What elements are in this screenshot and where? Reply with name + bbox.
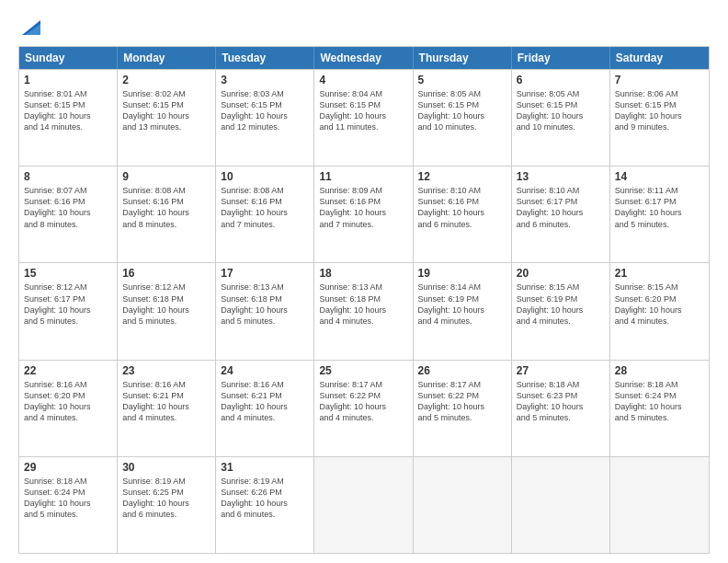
- cal-cell: 15Sunrise: 8:12 AMSunset: 6:17 PMDayligh…: [19, 263, 118, 359]
- cal-cell: 9Sunrise: 8:08 AMSunset: 6:16 PMDaylight…: [118, 167, 216, 262]
- day-number: 22: [24, 364, 112, 377]
- day-info: Sunrise: 8:10 AMSunset: 6:17 PMDaylight:…: [517, 185, 605, 230]
- cal-cell: 20Sunrise: 8:15 AMSunset: 6:19 PMDayligh…: [512, 263, 610, 359]
- cal-cell: 27Sunrise: 8:18 AMSunset: 6:23 PMDayligh…: [512, 361, 610, 456]
- cal-cell: 28Sunrise: 8:18 AMSunset: 6:24 PMDayligh…: [610, 361, 709, 456]
- cal-cell: [610, 457, 709, 553]
- day-number: 9: [122, 170, 210, 183]
- day-number: 14: [615, 170, 704, 183]
- cal-cell: 5Sunrise: 8:05 AMSunset: 6:15 PMDaylight…: [414, 70, 512, 166]
- cal-cell: [314, 457, 413, 553]
- day-number: 5: [418, 74, 506, 86]
- cal-week-4: 22Sunrise: 8:16 AMSunset: 6:20 PMDayligh…: [19, 360, 709, 456]
- day-info: Sunrise: 8:17 AMSunset: 6:22 PMDaylight:…: [418, 379, 506, 424]
- cal-header-monday: Monday: [118, 47, 216, 69]
- cal-cell: 17Sunrise: 8:13 AMSunset: 6:18 PMDayligh…: [216, 263, 314, 359]
- day-info: Sunrise: 8:05 AMSunset: 6:15 PMDaylight:…: [517, 88, 605, 133]
- cal-cell: 30Sunrise: 8:19 AMSunset: 6:25 PMDayligh…: [118, 457, 216, 553]
- cal-week-5: 29Sunrise: 8:18 AMSunset: 6:24 PMDayligh…: [19, 456, 709, 553]
- day-number: 18: [319, 267, 407, 280]
- cal-header-saturday: Saturday: [610, 47, 709, 69]
- cal-cell: 26Sunrise: 8:17 AMSunset: 6:22 PMDayligh…: [414, 361, 512, 456]
- day-info: Sunrise: 8:18 AMSunset: 6:24 PMDaylight:…: [615, 379, 704, 424]
- day-info: Sunrise: 8:16 AMSunset: 6:21 PMDaylight:…: [122, 379, 210, 424]
- day-info: Sunrise: 8:19 AMSunset: 6:25 PMDaylight:…: [122, 476, 210, 521]
- day-number: 1: [24, 74, 112, 86]
- cal-cell: 3Sunrise: 8:03 AMSunset: 6:15 PMDaylight…: [216, 70, 314, 166]
- day-number: 29: [24, 461, 112, 474]
- cal-cell: [512, 457, 610, 553]
- day-number: 7: [615, 74, 704, 86]
- day-info: Sunrise: 8:10 AMSunset: 6:16 PMDaylight:…: [418, 185, 506, 230]
- day-number: 3: [221, 74, 309, 86]
- day-number: 23: [122, 364, 210, 377]
- cal-cell: 10Sunrise: 8:08 AMSunset: 6:16 PMDayligh…: [216, 167, 314, 262]
- cal-cell: 25Sunrise: 8:17 AMSunset: 6:22 PMDayligh…: [314, 361, 413, 456]
- day-number: 24: [221, 364, 309, 377]
- day-info: Sunrise: 8:05 AMSunset: 6:15 PMDaylight:…: [418, 88, 506, 133]
- cal-cell: 2Sunrise: 8:02 AMSunset: 6:15 PMDaylight…: [118, 70, 216, 166]
- day-number: 17: [221, 267, 309, 280]
- cal-cell: 24Sunrise: 8:16 AMSunset: 6:21 PMDayligh…: [216, 361, 314, 456]
- cal-cell: 6Sunrise: 8:05 AMSunset: 6:15 PMDaylight…: [512, 70, 610, 166]
- day-info: Sunrise: 8:17 AMSunset: 6:22 PMDaylight:…: [319, 379, 407, 424]
- cal-cell: 11Sunrise: 8:09 AMSunset: 6:16 PMDayligh…: [314, 167, 413, 262]
- logo-icon: [18, 17, 44, 37]
- header: [18, 17, 710, 37]
- day-info: Sunrise: 8:01 AMSunset: 6:15 PMDaylight:…: [24, 88, 112, 133]
- day-info: Sunrise: 8:02 AMSunset: 6:15 PMDaylight:…: [122, 88, 210, 133]
- day-info: Sunrise: 8:12 AMSunset: 6:18 PMDaylight:…: [122, 282, 210, 327]
- day-info: Sunrise: 8:14 AMSunset: 6:19 PMDaylight:…: [418, 282, 506, 327]
- cal-header-tuesday: Tuesday: [216, 47, 314, 69]
- day-info: Sunrise: 8:12 AMSunset: 6:17 PMDaylight:…: [24, 282, 112, 327]
- cal-cell: 8Sunrise: 8:07 AMSunset: 6:16 PMDaylight…: [19, 167, 118, 262]
- day-number: 26: [418, 364, 506, 377]
- cal-cell: 7Sunrise: 8:06 AMSunset: 6:15 PMDaylight…: [610, 70, 709, 166]
- day-info: Sunrise: 8:15 AMSunset: 6:19 PMDaylight:…: [517, 282, 605, 327]
- day-number: 30: [122, 461, 210, 474]
- cal-week-1: 1Sunrise: 8:01 AMSunset: 6:15 PMDaylight…: [19, 69, 709, 166]
- day-number: 31: [221, 461, 309, 474]
- day-info: Sunrise: 8:15 AMSunset: 6:20 PMDaylight:…: [615, 282, 704, 327]
- day-number: 25: [319, 364, 407, 377]
- day-number: 13: [517, 170, 605, 183]
- day-info: Sunrise: 8:08 AMSunset: 6:16 PMDaylight:…: [221, 185, 309, 230]
- day-info: Sunrise: 8:11 AMSunset: 6:17 PMDaylight:…: [615, 185, 704, 230]
- day-info: Sunrise: 8:07 AMSunset: 6:16 PMDaylight:…: [24, 185, 112, 230]
- day-info: Sunrise: 8:16 AMSunset: 6:21 PMDaylight:…: [221, 379, 309, 424]
- cal-cell: 13Sunrise: 8:10 AMSunset: 6:17 PMDayligh…: [512, 167, 610, 262]
- day-number: 12: [418, 170, 506, 183]
- cal-cell: 19Sunrise: 8:14 AMSunset: 6:19 PMDayligh…: [414, 263, 512, 359]
- day-info: Sunrise: 8:09 AMSunset: 6:16 PMDaylight:…: [319, 185, 407, 230]
- cal-header-thursday: Thursday: [414, 47, 512, 69]
- day-number: 16: [122, 267, 210, 280]
- cal-cell: 16Sunrise: 8:12 AMSunset: 6:18 PMDayligh…: [118, 263, 216, 359]
- day-number: 10: [221, 170, 309, 183]
- logo: [18, 17, 44, 37]
- day-number: 8: [24, 170, 112, 183]
- day-number: 11: [319, 170, 407, 183]
- cal-cell: 23Sunrise: 8:16 AMSunset: 6:21 PMDayligh…: [118, 361, 216, 456]
- day-number: 19: [418, 267, 506, 280]
- cal-cell: 31Sunrise: 8:19 AMSunset: 6:26 PMDayligh…: [216, 457, 314, 553]
- day-info: Sunrise: 8:13 AMSunset: 6:18 PMDaylight:…: [221, 282, 309, 327]
- cal-cell: 29Sunrise: 8:18 AMSunset: 6:24 PMDayligh…: [19, 457, 118, 553]
- day-number: 21: [615, 267, 704, 280]
- day-info: Sunrise: 8:06 AMSunset: 6:15 PMDaylight:…: [615, 88, 704, 133]
- cal-cell: 18Sunrise: 8:13 AMSunset: 6:18 PMDayligh…: [314, 263, 413, 359]
- day-info: Sunrise: 8:13 AMSunset: 6:18 PMDaylight:…: [319, 282, 407, 327]
- day-info: Sunrise: 8:18 AMSunset: 6:24 PMDaylight:…: [24, 476, 112, 521]
- cal-cell: 1Sunrise: 8:01 AMSunset: 6:15 PMDaylight…: [19, 70, 118, 166]
- day-number: 20: [517, 267, 605, 280]
- cal-cell: 21Sunrise: 8:15 AMSunset: 6:20 PMDayligh…: [610, 263, 709, 359]
- cal-cell: 12Sunrise: 8:10 AMSunset: 6:16 PMDayligh…: [414, 167, 512, 262]
- day-number: 27: [517, 364, 605, 377]
- cal-cell: [414, 457, 512, 553]
- day-info: Sunrise: 8:19 AMSunset: 6:26 PMDaylight:…: [221, 476, 309, 521]
- cal-header-wednesday: Wednesday: [314, 47, 413, 69]
- calendar-body: 1Sunrise: 8:01 AMSunset: 6:15 PMDaylight…: [19, 69, 709, 553]
- cal-week-3: 15Sunrise: 8:12 AMSunset: 6:17 PMDayligh…: [19, 262, 709, 359]
- day-number: 15: [24, 267, 112, 280]
- day-info: Sunrise: 8:16 AMSunset: 6:20 PMDaylight:…: [24, 379, 112, 424]
- cal-header-sunday: Sunday: [19, 47, 118, 69]
